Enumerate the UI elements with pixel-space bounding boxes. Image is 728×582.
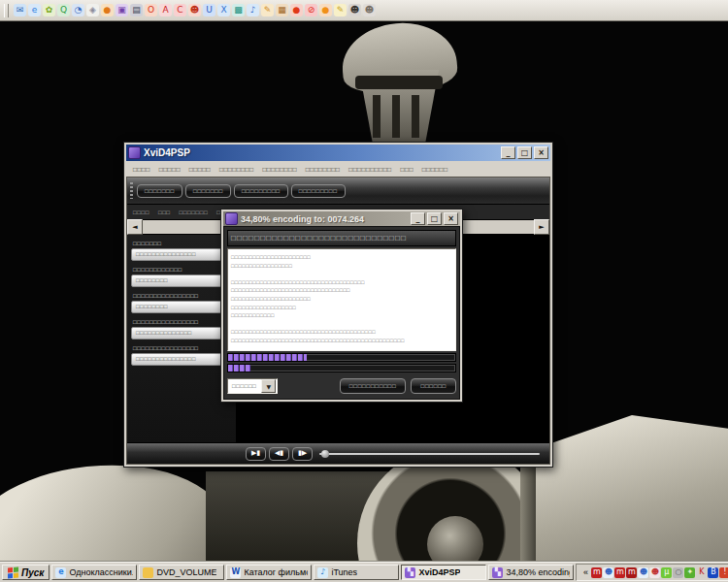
task-icon: ▚ <box>405 567 415 578</box>
quick-launch-bar: ✉e✿Q◔◈●▣▤OAC☻UX▩♪✎▦●⊘●✎☻☻ <box>0 0 728 21</box>
menu-item[interactable]: □□□ <box>401 166 414 173</box>
close-button[interactable]: × <box>534 146 548 159</box>
window-title: XviD4PSP <box>144 147 498 158</box>
tray-icon[interactable]: m <box>626 567 637 578</box>
quicklaunch-icon[interactable]: C <box>174 4 186 16</box>
chevron-down-icon[interactable]: ▼ <box>261 379 276 393</box>
quicklaunch-icon[interactable]: ▩ <box>232 4 245 16</box>
sidebar-dropdown[interactable]: □□□□□□□□ <box>131 275 232 287</box>
quicklaunch-icon[interactable]: ▣ <box>116 4 128 16</box>
quicklaunch-icon[interactable]: ✿ <box>43 4 55 16</box>
dialog-buttons: □□□□□□□□□□□ □□□□□□ <box>340 378 456 394</box>
menu-item[interactable]: □□□□□□□□ <box>306 166 340 173</box>
tray-icon[interactable]: ○ <box>673 567 683 578</box>
quicklaunch-icon[interactable]: e <box>28 4 41 16</box>
tray-icon[interactable]: m <box>591 567 602 578</box>
taskbar-task-button[interactable]: DVD_VOLUME <box>139 565 224 580</box>
toolbar-button[interactable]: □□□□□□□□□ <box>234 184 288 198</box>
tray-icon[interactable]: ☻ <box>638 567 648 578</box>
taskbar-task-button[interactable]: e Одноклассники.ru - Mi... <box>51 565 137 580</box>
sidebar-dropdown[interactable]: □□□□□□□□□□□□□□□ <box>131 353 232 366</box>
quicklaunch-icon[interactable]: A <box>159 4 172 16</box>
status-text: □□□□□□□ <box>180 210 209 215</box>
toolbar-button[interactable]: □□□□□□□ <box>137 184 182 198</box>
cancel-button[interactable]: □□□□□□ <box>411 378 456 394</box>
maximize-button[interactable]: □ <box>427 212 442 225</box>
quicklaunch-icon[interactable]: ☻ <box>363 4 376 16</box>
main-titlebar[interactable]: XviD4PSP _ □ × <box>126 145 550 161</box>
quicklaunch-icon[interactable]: ◔ <box>72 4 84 16</box>
dropdown-value: □□□□□□ <box>228 383 260 389</box>
task-icon: e <box>55 567 66 578</box>
pause-button[interactable]: □□□□□□□□□□□ <box>340 378 407 394</box>
toolbar-button[interactable]: □□□□□□□ <box>185 184 231 198</box>
xvid4psp-app-icon <box>225 212 238 225</box>
step-back-button[interactable]: ◀▮ <box>269 447 289 461</box>
menu-item[interactable]: □□□□□□ <box>422 166 448 173</box>
quicklaunch-icon[interactable]: ☻ <box>348 4 361 16</box>
quicklaunch-icon[interactable]: ✉ <box>14 4 26 16</box>
toolbar-grip[interactable] <box>130 182 133 199</box>
seek-knob[interactable] <box>321 450 329 458</box>
quicklaunch-icon[interactable]: X <box>217 4 230 16</box>
menu-item[interactable]: □□□□□□□□□□ <box>348 166 391 173</box>
seek-slider[interactable] <box>319 447 540 461</box>
log-line: □□□□□□□□□□□□□□□□□□□□□□□□□□□□□□□□□ <box>231 286 452 295</box>
scroll-right-icon[interactable]: ► <box>534 219 549 235</box>
play-pause-button[interactable]: ▶▮ <box>246 447 266 461</box>
tray-icon[interactable]: B <box>708 567 718 578</box>
menu-item[interactable]: □□□□□□□□ <box>219 166 253 173</box>
seek-track[interactable] <box>319 453 540 455</box>
sidebar-dropdown[interactable]: □□□□□□□□□□□□□□□ <box>131 248 232 261</box>
wallpaper-robot-panel <box>536 415 728 582</box>
toolbar-grip[interactable] <box>4 4 9 17</box>
dialog-titlebar[interactable]: 34,80% encoding to: 0074.264 _ □ × <box>223 211 460 226</box>
taskbar-task-button[interactable]: W Каталог фильмов.doc ... <box>226 565 312 580</box>
tray-icon[interactable]: ✦ <box>684 567 695 578</box>
quicklaunch-icon[interactable]: ◈ <box>86 4 99 16</box>
tray-chevron-icon[interactable]: « <box>580 567 590 577</box>
start-button[interactable]: Пуск <box>2 565 50 580</box>
step-forward-button[interactable]: ▮▶ <box>292 447 313 461</box>
taskbar-task-button[interactable]: ▚ XviD4PSP <box>401 565 486 580</box>
quicklaunch-icon[interactable]: U <box>203 4 215 16</box>
sidebar-dropdown[interactable]: □□□□□□□□□□□□□□ <box>131 327 232 340</box>
quicklaunch-icon[interactable]: O <box>145 4 157 16</box>
tray-icon[interactable]: m <box>614 567 625 578</box>
quicklaunch-icon[interactable]: ● <box>101 4 114 16</box>
tray-icon[interactable]: ☻ <box>603 567 613 578</box>
minimize-button[interactable]: _ <box>501 146 515 159</box>
quicklaunch-icon[interactable]: ☻ <box>188 4 201 16</box>
quicklaunch-icon[interactable]: Q <box>57 4 70 16</box>
toolbar-button[interactable]: □□□□□□□□□ <box>291 184 346 198</box>
close-button[interactable]: × <box>444 212 458 225</box>
log-line: □□□□□□□□□□□□□□□□□□□□□□ <box>231 295 452 304</box>
sidebar-dropdown[interactable]: □□□□□□□□ <box>131 301 232 313</box>
taskbar-task-button[interactable]: ♪ iTunes <box>314 565 399 580</box>
priority-dropdown[interactable]: □□□□□□ ▼ <box>227 378 278 394</box>
menu-item[interactable]: □□□□□ <box>159 166 181 173</box>
tray-icon[interactable]: µ <box>661 567 672 578</box>
quicklaunch-icon[interactable]: ♪ <box>247 4 259 16</box>
wallpaper-face-slot <box>392 95 400 138</box>
maximize-button[interactable]: □ <box>517 146 532 159</box>
scroll-left-icon[interactable]: ◄ <box>127 219 143 235</box>
quicklaunch-icon[interactable]: ✎ <box>261 4 274 16</box>
quicklaunch-icon[interactable]: ⊘ <box>305 4 317 16</box>
quicklaunch-icon[interactable]: ▤ <box>130 4 143 16</box>
tray-icon[interactable]: ! <box>719 567 728 578</box>
menu-item[interactable]: □□□□ <box>133 166 150 173</box>
tray-icon[interactable]: K <box>696 567 707 578</box>
minimize-button[interactable]: _ <box>411 212 425 225</box>
menu-item[interactable]: □□□□□ <box>189 166 211 173</box>
quicklaunch-icon[interactable]: ✎ <box>334 4 347 16</box>
quicklaunch-icon[interactable]: ● <box>319 4 332 16</box>
taskbar: Пуск e Одноклассники.ru - Mi... DVD_VOLU… <box>0 562 728 582</box>
log-line: □□□□□□□□□□□□ <box>231 311 452 320</box>
menu-item[interactable]: □□□□□□□□ <box>262 166 296 173</box>
quicklaunch-icon[interactable]: ● <box>290 4 303 16</box>
status-text: □□□ <box>158 210 171 215</box>
quicklaunch-icon[interactable]: ▦ <box>276 4 288 16</box>
tray-icon[interactable]: ☻ <box>649 567 660 578</box>
taskbar-task-button[interactable]: ▚ 34,80% encoding to: 0... <box>488 565 574 580</box>
